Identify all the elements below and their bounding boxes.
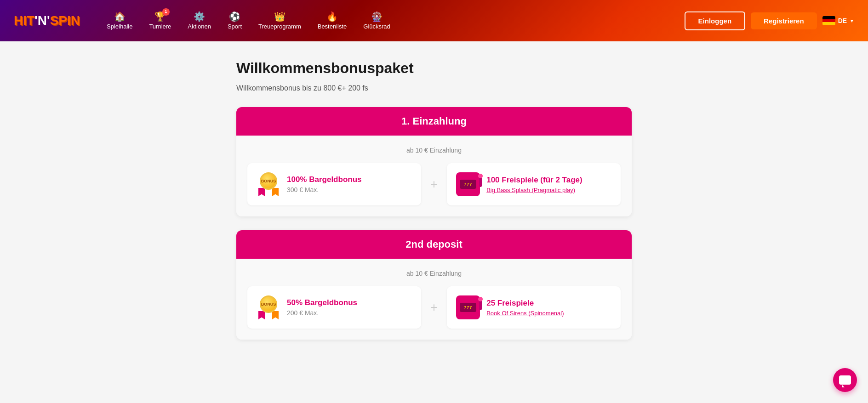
nav-label-aktionen: Aktionen [188, 23, 211, 30]
page-title: Willkommensbonuspaket [236, 60, 632, 77]
chat-icon [839, 375, 851, 385]
chevron-down-icon: ▼ [850, 18, 854, 23]
slot-screen-2: 777 [460, 303, 476, 312]
page-subtitle: Willkommensbonus bis zu 800 €+ 200 fs [236, 84, 632, 92]
register-button[interactable]: Registrieren [751, 12, 817, 29]
first-freespins-game-link[interactable]: Big Bass Splash (Pragmatic play) [486, 187, 611, 193]
nav-item-bestenliste[interactable]: 🔥 Bestenliste [309, 8, 355, 34]
home-icon: 🏠 [114, 12, 126, 21]
nav-item-sport[interactable]: ⚽ Sport [219, 8, 250, 34]
fire-icon: 🔥 [326, 12, 338, 21]
main-content: Willkommensbonuspaket Willkommensbonus b… [227, 41, 641, 372]
second-cash-title: 50% Bargeldbonus [287, 298, 412, 307]
wheel-icon: 🎡 [371, 12, 383, 21]
second-deposit-header: 2nd deposit [236, 230, 632, 259]
first-deposit-min: ab 10 € Einzahlung [247, 147, 621, 154]
first-deposit-body: ab 10 € Einzahlung BONUS 100% Bargeldbon… [236, 136, 632, 216]
plus-separator-2: + [428, 300, 440, 315]
second-deposit-freespins-card: 777 25 Freispiele Book Of Sirens (Spinom… [447, 286, 621, 329]
first-deposit-bonus-row: BONUS 100% Bargeldbonus 300 € Max. + 777 [247, 163, 621, 205]
second-cash-subtitle: 200 € Max. [287, 309, 412, 317]
logo-hit: HIT [14, 13, 34, 28]
nav-label-sport: Sport [228, 23, 242, 30]
slot-screen: 777 [460, 180, 476, 189]
first-cash-info: 100% Bargeldbonus 300 € Max. [287, 175, 412, 193]
logo-n: 'N' [34, 13, 50, 28]
first-deposit-header: 1. Einzahlung [236, 107, 632, 136]
medal-circle-2: BONUS [260, 295, 277, 313]
first-cash-subtitle: 300 € Max. [287, 186, 412, 193]
second-freespins-info: 25 Freispiele Book Of Sirens (Spinomenal… [486, 299, 611, 317]
medal-circle: BONUS [260, 172, 277, 190]
first-cash-title: 100% Bargeldbonus [287, 175, 412, 184]
first-deposit-cash-card: BONUS 100% Bargeldbonus 300 € Max. [247, 163, 421, 205]
nav-label-turniere: Turniere [149, 23, 171, 30]
second-deposit-bonus-row: BONUS 50% Bargeldbonus 200 € Max. + 777 [247, 286, 621, 329]
nav-label-treueprogramm: Treueprogramm [258, 23, 301, 30]
logo-spin: SPIN [50, 13, 80, 28]
nav-label-spielhalle: Spielhalle [107, 23, 132, 30]
login-button[interactable]: Einloggen [685, 11, 746, 30]
chat-button[interactable] [833, 368, 857, 392]
nav-item-glucksrad[interactable]: 🎡 Glücksrad [355, 8, 399, 34]
nav-item-treueprogramm[interactable]: 👑 Treueprogramm [250, 8, 309, 34]
header: HIT'N'SPIN 🏠 Spielhalle 🏆 1 Turniere ⚙️ … [0, 0, 868, 41]
logo[interactable]: HIT'N'SPIN [14, 14, 80, 27]
crown-icon: 👑 [274, 12, 286, 21]
medal-icon-2: BONUS [257, 295, 280, 319]
second-deposit-body: ab 10 € Einzahlung BONUS 50% Bargeldbonu… [236, 259, 632, 340]
slot-handle-2 [479, 299, 482, 310]
slot-machine-icon-2: 777 [456, 295, 480, 319]
first-freespins-info: 100 Freispiele (für 2 Tage) Big Bass Spl… [486, 176, 611, 193]
second-deposit-section: 2nd deposit ab 10 € Einzahlung BONUS 50%… [236, 230, 632, 340]
plus-separator-1: + [428, 177, 440, 192]
main-nav: 🏠 Spielhalle 🏆 1 Turniere ⚙️ Aktionen ⚽ … [98, 8, 685, 34]
slot-handle [479, 176, 482, 187]
medal-icon: BONUS [257, 172, 280, 196]
header-actions: Einloggen Registrieren DE ▼ [685, 11, 854, 30]
turniere-badge: 1 [162, 8, 170, 16]
nav-item-spielhalle[interactable]: 🏠 Spielhalle [98, 8, 141, 34]
slot-machine-icon: 777 [456, 172, 480, 196]
nav-item-turniere[interactable]: 🏆 1 Turniere [141, 8, 179, 34]
sport-icon: ⚽ [229, 12, 240, 21]
second-deposit-min: ab 10 € Einzahlung [247, 270, 621, 277]
lang-code: DE [838, 17, 847, 24]
nav-item-aktionen[interactable]: ⚙️ Aktionen [179, 8, 219, 34]
aktionen-icon: ⚙️ [194, 12, 205, 21]
first-freespins-title: 100 Freispiele (für 2 Tage) [486, 176, 611, 185]
second-freespins-title: 25 Freispiele [486, 299, 611, 308]
second-cash-info: 50% Bargeldbonus 200 € Max. [287, 298, 412, 317]
trophy-icon: 🏆 1 [154, 12, 166, 21]
second-deposit-cash-card: BONUS 50% Bargeldbonus 200 € Max. [247, 286, 421, 329]
flag-germany [822, 16, 835, 25]
second-freespins-game-link[interactable]: Book Of Sirens (Spinomenal) [486, 310, 611, 317]
nav-label-bestenliste: Bestenliste [318, 23, 347, 30]
first-deposit-freespins-card: 777 100 Freispiele (für 2 Tage) Big Bass… [447, 163, 621, 205]
nav-label-glucksrad: Glücksrad [363, 23, 390, 30]
first-deposit-section: 1. Einzahlung ab 10 € Einzahlung BONUS 1… [236, 107, 632, 216]
language-selector[interactable]: DE ▼ [822, 16, 854, 25]
